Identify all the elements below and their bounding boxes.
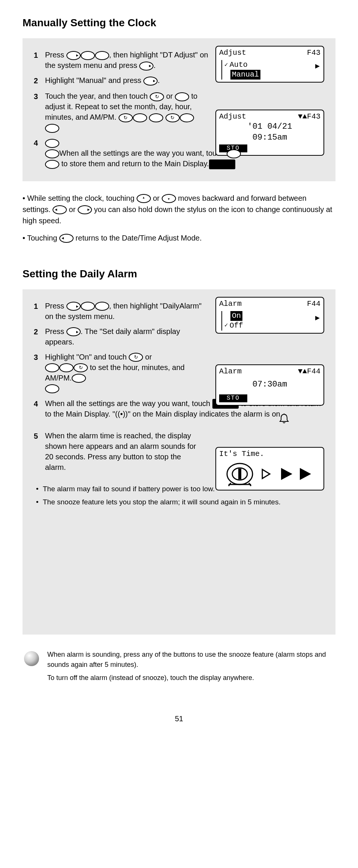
lcd-alarm1-off: Off: [230, 321, 243, 331]
key-icon: [133, 113, 147, 122]
alarm-step2-text: Press . The "Set daily alarm" display ap…: [45, 326, 206, 347]
alarm-step1-num: 1: [34, 301, 42, 312]
alarm-bullet-2: The snooze feature lets you stop the ala…: [35, 497, 324, 508]
key-icon: [45, 139, 59, 148]
key-icon: [180, 113, 194, 122]
right-key-icon: [66, 302, 81, 311]
alarm-step3-num: 3: [34, 352, 42, 363]
down-key-icon: [162, 194, 176, 203]
lcd-alarm1-title: Alarm: [219, 299, 242, 309]
key-icon: [45, 149, 59, 158]
section2-title: Setting the Daily Alarm: [23, 266, 335, 282]
lcd2-time: 09:15am: [219, 132, 320, 143]
key-icon: [81, 51, 95, 60]
lcd-alarm2-code: F44: [307, 367, 320, 376]
key-icon: [59, 363, 74, 372]
sto-key-icon: [209, 159, 235, 169]
left-key-icon: [59, 234, 74, 243]
alarm-step1-text: Press , then highlight "DailyAlarm" on t…: [45, 301, 206, 322]
alarm-step5-text: When the alarm time is reached, the disp…: [45, 430, 203, 472]
lcd1-title: Adjust: [219, 48, 246, 58]
key-icon: [72, 374, 86, 383]
lcd3-msg: It's Time.: [219, 449, 320, 459]
key-icon: [227, 149, 241, 158]
lcd-adjust-datetime: Adjust ▼▲F43 '01 04/21 09:15am STO: [215, 110, 324, 156]
key-icon: [175, 92, 189, 101]
alarm-step5-num: 5: [34, 430, 42, 442]
lcd-alarm1-on: On: [230, 311, 242, 321]
refresh-icon: [119, 113, 133, 122]
alarm-bullet-1: The alarm may fail to sound if battery p…: [35, 484, 324, 495]
lcd-alarm2-title: Alarm: [219, 367, 242, 376]
step-3-num: 3: [34, 91, 42, 102]
right-key-icon: [143, 77, 158, 86]
alarm-step2-num: 2: [34, 326, 42, 337]
alarm-steps-box: Alarm F44 On ✓Off ▶ Alarm ▼▲F44 07:30am …: [23, 289, 335, 635]
right-key-icon: [66, 51, 81, 60]
key-icon: [81, 302, 95, 311]
lcd1-auto: Auto: [230, 60, 248, 70]
step-1-num: 1: [34, 50, 42, 61]
right-key-icon: [139, 62, 153, 71]
lcd-alarm2-time: 07:30am: [219, 376, 320, 393]
manual-clock-steps-box: Adjust F43 ✓Auto Manual ▶ Adjust ▼▲F43 '…: [23, 38, 335, 181]
alarm-step4-num: 4: [34, 398, 42, 409]
lcd2-code: F43: [307, 112, 320, 121]
svg-marker-4: [262, 469, 270, 478]
lcd1-arrow-right: ▶: [315, 62, 320, 71]
left-key-icon: [53, 205, 67, 214]
key-icon: [45, 363, 59, 372]
svg-marker-6: [300, 468, 311, 480]
up-refresh-icon: [150, 92, 164, 101]
key-icon: [149, 113, 163, 122]
lcd2-arrows: ▼▲: [298, 112, 307, 121]
up-key-icon: [137, 194, 151, 203]
svg-point-7: [24, 651, 39, 666]
refresh-icon: [74, 363, 88, 372]
lcd-alarm1-arrow: ▶: [315, 313, 320, 323]
tip-block: When alarm is sounding, press any of the…: [23, 650, 335, 683]
lcd-alarm1-code: F44: [307, 299, 320, 309]
refresh-icon: [129, 353, 143, 362]
lcd2-date: '01 04/21: [219, 122, 320, 132]
step-3-text: Touch the year, and then touch or to adj…: [45, 91, 203, 133]
lcd2-title: Adjust: [219, 112, 246, 122]
alarm-clock-graphic: [221, 460, 319, 487]
lcd-alarm-time: Alarm ▼▲F44 07:30am STO: [215, 364, 324, 406]
bell-icon: [278, 413, 290, 427]
key-icon: [95, 302, 109, 311]
key-icon: [45, 384, 59, 393]
key-icon: [45, 124, 59, 133]
lcd-adjust-menu: Adjust F43 ✓Auto Manual ▶: [215, 46, 324, 83]
post-note-1: • While setting the clock, touching or m…: [23, 193, 335, 226]
tip-sphere-icon: [23, 650, 41, 668]
tip-text-2: To turn off the alarm (instead of snooze…: [47, 673, 335, 683]
refresh-icon: [165, 113, 180, 122]
lcd-alarm2-sto: STO: [219, 394, 247, 402]
lcd-alarm-menu: Alarm F44 On ✓Off ▶: [215, 297, 324, 334]
right-key-icon: [66, 327, 81, 336]
lcd1-code: F43: [307, 48, 320, 58]
step-4-num: 4: [34, 137, 42, 149]
svg-rect-3: [238, 469, 241, 479]
post-note-2: • Touching returns to the Date/Time Adju…: [23, 232, 335, 244]
alarm-step3-text: Highlight "On" and touch or to set the h…: [45, 352, 203, 394]
tip-text-1: When alarm is sounding, press any of the…: [47, 650, 335, 670]
step-2-text: Highlight "Manual" and press .: [45, 75, 210, 86]
key-icon: [95, 51, 109, 60]
page-number: 51: [23, 713, 335, 724]
step-2-num: 2: [34, 75, 42, 86]
section1-title: Manually Setting the Clock: [23, 15, 335, 31]
svg-marker-5: [281, 468, 292, 480]
key-icon: [45, 160, 59, 169]
step-1-text: Press , then highlight "DT Adjust" on th…: [45, 50, 210, 71]
lcd1-manual: Manual: [230, 70, 260, 80]
right-key-icon: [78, 205, 92, 214]
